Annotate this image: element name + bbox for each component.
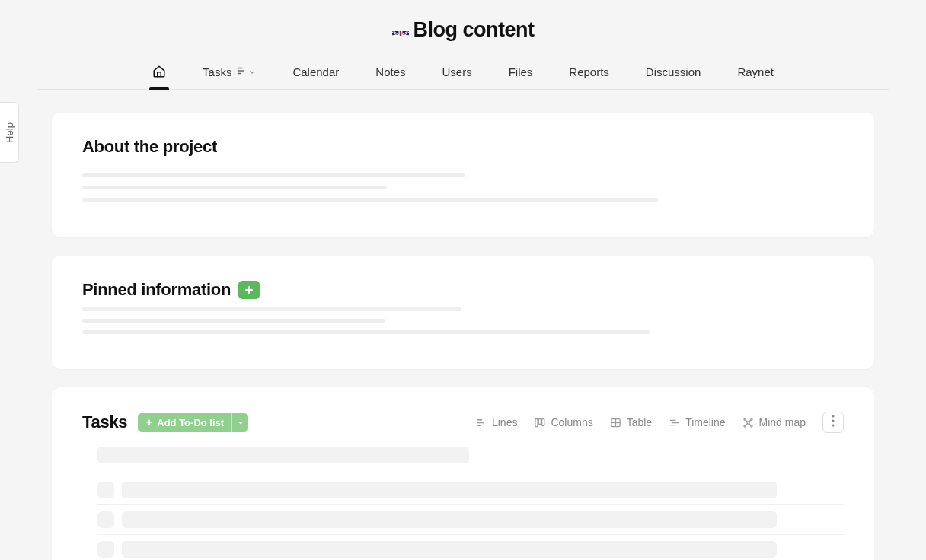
view-table[interactable]: Table: [610, 416, 652, 428]
skeleton-line: [82, 173, 465, 177]
add-todo-button[interactable]: Add To-Do list: [138, 413, 232, 432]
skeleton-line: [82, 307, 461, 311]
view-table-label: Table: [627, 416, 652, 428]
tab-tasks[interactable]: Tasks: [200, 58, 259, 89]
caret-down-icon: [238, 415, 244, 429]
task-row: [97, 535, 844, 560]
chevron-down-icon: [248, 65, 256, 78]
add-todo-label: Add To-Do list: [157, 417, 224, 428]
tasks-title-group: Tasks Add To-Do list: [82, 412, 248, 432]
tab-calendar[interactable]: Calendar: [289, 58, 342, 89]
svg-rect-13: [539, 418, 541, 424]
tab-raynet-label: Raynet: [737, 65, 774, 78]
about-title: About the project: [82, 137, 844, 157]
tab-discussion[interactable]: Discussion: [643, 58, 704, 89]
more-vertical-icon: [832, 415, 835, 430]
home-icon: [152, 65, 166, 78]
more-button[interactable]: [822, 412, 844, 433]
task-checkbox-skeleton: [97, 482, 114, 498]
svg-rect-14: [542, 418, 544, 425]
page-title-text: Blog content: [414, 18, 535, 42]
tab-calendar-label: Calendar: [292, 65, 339, 78]
task-checkbox-skeleton: [97, 541, 114, 558]
task-row: [97, 476, 844, 505]
add-todo-caret-button[interactable]: [232, 413, 248, 432]
pinned-card: Pinned information: [52, 256, 874, 369]
tasks-body: [82, 447, 844, 560]
skeleton-line: [82, 319, 385, 323]
help-label: Help: [4, 123, 15, 143]
svg-line-28: [746, 423, 747, 425]
lines-icon: [475, 417, 487, 428]
view-columns[interactable]: Columns: [534, 416, 592, 428]
tab-discussion-label: Discussion: [646, 65, 701, 78]
pinned-title: Pinned information: [82, 280, 231, 300]
skeleton-line: [82, 186, 387, 189]
timeline-icon: [669, 417, 680, 428]
view-mindmap-label: Mind map: [759, 416, 806, 428]
task-checkbox-skeleton: [97, 511, 114, 528]
plus-icon: [145, 417, 153, 428]
task-line-skeleton: [122, 541, 777, 558]
tab-users-label: Users: [442, 65, 471, 78]
svg-point-32: [832, 424, 834, 426]
svg-line-27: [749, 420, 750, 422]
task-line-skeleton: [122, 482, 777, 498]
pinned-skeleton: [82, 307, 844, 334]
add-pin-button[interactable]: [238, 281, 260, 299]
tab-nav: Tasks Calendar Notes Users Files: [37, 57, 889, 90]
skeleton-line: [82, 198, 658, 202]
list-icon: [236, 65, 247, 78]
svg-line-29: [749, 423, 750, 425]
tab-notes[interactable]: Notes: [372, 58, 408, 89]
tab-users[interactable]: Users: [439, 58, 474, 89]
view-lines-label: Lines: [492, 416, 517, 428]
tab-tasks-label: Tasks: [203, 65, 232, 78]
uk-flag-icon: [392, 24, 409, 36]
view-lines[interactable]: Lines: [475, 416, 517, 428]
svg-line-26: [746, 420, 747, 422]
about-skeleton: [82, 173, 844, 202]
view-mindmap[interactable]: Mind map: [742, 416, 806, 428]
tasks-title: Tasks: [82, 412, 127, 432]
page-title: Blog content: [392, 18, 535, 42]
tab-home[interactable]: [149, 57, 169, 89]
skeleton-line: [82, 330, 650, 334]
pinned-title-row: Pinned information: [82, 280, 844, 300]
tab-files-label: Files: [509, 65, 533, 78]
task-line-skeleton: [122, 511, 777, 528]
tasks-header: Tasks Add To-Do list: [82, 412, 844, 433]
tasks-card: Tasks Add To-Do list: [52, 387, 874, 560]
add-todo-button-group: Add To-Do list: [138, 413, 248, 432]
svg-marker-8: [238, 422, 242, 425]
tab-reports[interactable]: Reports: [566, 58, 612, 89]
tab-notes-label: Notes: [375, 65, 405, 78]
svg-rect-12: [535, 418, 538, 426]
view-timeline-label: Timeline: [685, 416, 725, 428]
tab-raynet[interactable]: Raynet: [734, 58, 777, 89]
svg-point-30: [832, 415, 834, 417]
view-switcher: Lines Columns: [475, 412, 844, 433]
content-area: About the project Pinned information: [0, 90, 926, 560]
about-card: About the project: [52, 113, 874, 237]
help-tab[interactable]: Help: [0, 102, 19, 163]
view-timeline[interactable]: Timeline: [669, 416, 725, 428]
table-icon: [610, 417, 621, 428]
tasks-list-header-skeleton: [97, 447, 469, 463]
columns-icon: [534, 417, 545, 428]
page-header: Blog content: [0, 0, 926, 42]
svg-point-31: [832, 419, 834, 422]
tab-reports-label: Reports: [569, 65, 609, 78]
task-row: [97, 505, 844, 535]
view-columns-label: Columns: [551, 416, 592, 428]
tab-files[interactable]: Files: [506, 58, 536, 89]
mindmap-icon: [742, 417, 754, 428]
